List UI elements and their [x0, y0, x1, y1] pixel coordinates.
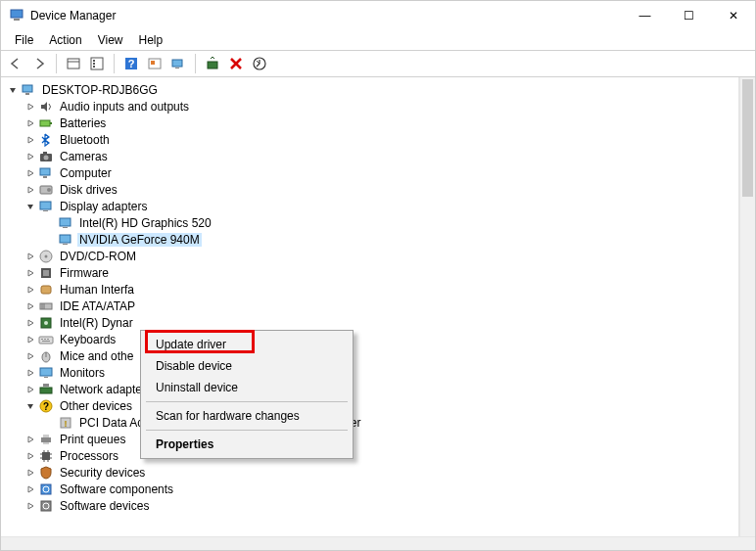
- chevron-right-icon[interactable]: [23, 249, 38, 264]
- tree-node[interactable]: Monitors: [1, 364, 738, 381]
- tree-node-label: Intel(R) HD Graphics 520: [77, 216, 213, 230]
- vertical-scrollbar[interactable]: [739, 77, 755, 536]
- scrollbar-thumb[interactable]: [742, 79, 753, 197]
- maximize-button[interactable]: ☐: [667, 1, 711, 30]
- tree-node[interactable]: Keyboards: [1, 331, 738, 347]
- chevron-right-icon[interactable]: [23, 465, 38, 481]
- monitor-icon: [38, 365, 54, 381]
- chevron-right-icon[interactable]: [23, 315, 38, 331]
- tree-node-label: Cameras: [58, 150, 110, 163]
- tree-node[interactable]: Cameras: [1, 148, 738, 164]
- tree-node[interactable]: Disk drives: [1, 181, 738, 198]
- tree-node[interactable]: Processors: [1, 447, 738, 464]
- tree-node-label: Security devices: [58, 466, 147, 480]
- svg-rect-46: [47, 339, 49, 340]
- tree-node[interactable]: DESKTOP-RDJB6GG: [1, 81, 738, 98]
- hid-icon: [38, 282, 54, 298]
- svg-rect-0: [11, 10, 23, 18]
- tree-node-label: Batteries: [58, 116, 108, 130]
- update-driver-button[interactable]: [167, 53, 189, 74]
- chevron-right-icon[interactable]: [23, 149, 38, 164]
- uninstall-button[interactable]: [225, 53, 247, 74]
- svg-rect-37: [41, 286, 51, 294]
- tree-node[interactable]: NVIDIA GeForce 940M: [1, 231, 738, 248]
- svg-rect-16: [23, 85, 32, 92]
- tree-node[interactable]: Print queues: [1, 431, 738, 447]
- svg-text:!: !: [65, 419, 68, 429]
- tree-node[interactable]: Human Interfa: [1, 281, 738, 298]
- hardware-scan-button[interactable]: [249, 53, 270, 74]
- chevron-right-icon[interactable]: [23, 298, 38, 314]
- show-hide-button[interactable]: [63, 53, 84, 74]
- chevron-right-icon[interactable]: [23, 432, 38, 447]
- action-button[interactable]: [144, 53, 165, 74]
- disk-icon: [38, 182, 54, 198]
- menu-action[interactable]: Action: [41, 31, 89, 49]
- context-menu-item[interactable]: Properties: [144, 434, 350, 455]
- tree-node[interactable]: DVD/CD-ROM: [1, 248, 738, 264]
- firmware-icon: [38, 265, 54, 281]
- context-menu-item[interactable]: Uninstall device: [144, 377, 350, 398]
- keyboard-icon: [38, 332, 54, 347]
- chevron-down-icon[interactable]: [23, 398, 38, 414]
- tree-node[interactable]: Security devices: [1, 464, 738, 481]
- context-menu-item[interactable]: Update driver: [144, 334, 350, 355]
- tree-node-label: Monitors: [58, 366, 107, 380]
- chevron-right-icon[interactable]: [23, 265, 38, 281]
- cpu-icon: [38, 448, 54, 464]
- chevron-right-icon[interactable]: [23, 332, 38, 347]
- tree-node[interactable]: !PCI Data Acquisition and Signal Process…: [1, 414, 738, 431]
- tree-node[interactable]: ?Other devices: [1, 397, 738, 414]
- tree-node[interactable]: Software components: [1, 481, 738, 497]
- tree-node[interactable]: Display adapters: [1, 198, 738, 214]
- tree-node-label: IDE ATA/ATAP: [58, 299, 137, 313]
- device-tree[interactable]: DESKTOP-RDJB6GGAudio inputs and outputsB…: [1, 77, 739, 536]
- scan-hardware-button[interactable]: [202, 53, 223, 74]
- tree-node[interactable]: Mice and othe: [1, 347, 738, 364]
- tree-node[interactable]: Audio inputs and outputs: [1, 98, 738, 115]
- forward-button[interactable]: [28, 53, 50, 74]
- chevron-right-icon[interactable]: [23, 448, 38, 464]
- properties-button[interactable]: [86, 53, 108, 74]
- svg-rect-61: [42, 452, 50, 460]
- chevron-right-icon[interactable]: [23, 498, 38, 514]
- tree-node-label: NVIDIA GeForce 940M: [77, 233, 202, 247]
- tree-node-label: Computer: [58, 166, 114, 180]
- back-button[interactable]: [5, 53, 26, 74]
- close-button[interactable]: ✕: [711, 1, 755, 30]
- chevron-down-icon[interactable]: [23, 199, 38, 214]
- chevron-right-icon[interactable]: [23, 382, 38, 397]
- tree-node[interactable]: Batteries: [1, 115, 738, 131]
- context-menu-item[interactable]: Scan for hardware changes: [144, 405, 350, 427]
- chevron-right-icon[interactable]: [23, 132, 38, 148]
- chevron-down-icon[interactable]: [5, 82, 21, 98]
- help-button[interactable]: ?: [120, 53, 142, 74]
- tree-node[interactable]: Firmware: [1, 264, 738, 281]
- svg-rect-4: [91, 58, 103, 69]
- svg-rect-31: [60, 235, 71, 243]
- chevron-right-icon[interactable]: [23, 115, 38, 131]
- minimize-button[interactable]: —: [623, 1, 667, 30]
- tree-node[interactable]: Intel(R) Dynar: [1, 314, 738, 331]
- chevron-right-icon[interactable]: [23, 99, 38, 115]
- chevron-right-icon[interactable]: [23, 348, 38, 364]
- tree-node[interactable]: Intel(R) HD Graphics 520: [1, 214, 738, 231]
- tree-node[interactable]: IDE ATA/ATAP: [1, 298, 738, 314]
- tree-node[interactable]: Bluetooth: [1, 131, 738, 148]
- window-controls: — ☐ ✕: [623, 1, 755, 30]
- menu-file[interactable]: File: [7, 31, 41, 49]
- context-menu-item[interactable]: Disable device: [144, 355, 350, 377]
- tree-node[interactable]: Software devices: [1, 497, 738, 514]
- chevron-right-icon[interactable]: [23, 365, 38, 381]
- tree-node[interactable]: Network adapters: [1, 381, 738, 397]
- tree-node[interactable]: Computer: [1, 164, 738, 181]
- chevron-right-icon[interactable]: [23, 182, 38, 198]
- chevron-right-icon[interactable]: [23, 165, 38, 181]
- chevron-right-icon[interactable]: [23, 482, 38, 497]
- context-menu[interactable]: Update driverDisable deviceUninstall dev…: [140, 330, 354, 459]
- chevron-right-icon[interactable]: [23, 282, 38, 298]
- menu-view[interactable]: View: [90, 31, 131, 49]
- menu-help[interactable]: Help: [131, 31, 171, 49]
- display-icon: [58, 232, 73, 248]
- window-title: Device Manager: [30, 9, 623, 23]
